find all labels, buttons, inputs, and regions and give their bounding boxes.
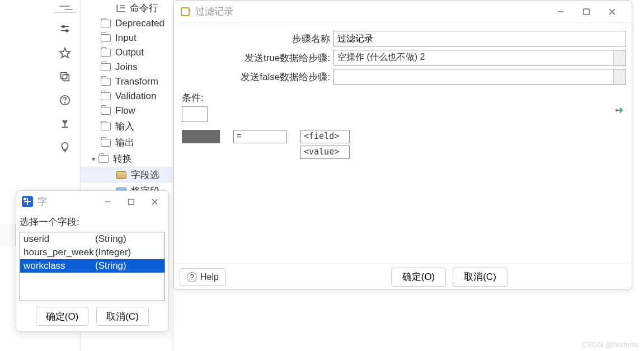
list-item[interactable]: userid(String) (20, 232, 164, 246)
svg-rect-5 (63, 74, 69, 81)
folder-icon (98, 155, 109, 163)
dialog-title: 过滤记录 (195, 5, 548, 18)
help-icon: ? (187, 272, 197, 282)
cancel-button[interactable]: 取消(C) (96, 307, 149, 326)
step-name-input[interactable] (333, 31, 626, 46)
tree-label: Validation (115, 91, 156, 102)
tree-item[interactable]: Flow (81, 104, 173, 118)
sliders-icon[interactable] (58, 23, 72, 36)
svg-point-8 (64, 102, 65, 103)
tree-label: 字段选 (131, 169, 159, 181)
svg-rect-6 (60, 73, 67, 79)
tree-item[interactable]: Transform (81, 74, 173, 89)
folder-icon (101, 78, 111, 86)
folder-icon (101, 20, 111, 27)
tree-label: 输出 (115, 136, 134, 149)
help-circle-icon[interactable] (58, 93, 72, 107)
condition-negate-box[interactable] (182, 106, 208, 122)
condition-field-left[interactable] (182, 130, 220, 143)
picker-icon (22, 196, 33, 207)
tree-label: Output (115, 47, 144, 58)
tree-item[interactable]: Validation (81, 89, 173, 104)
help-button[interactable]: ? Help (180, 268, 226, 286)
folder-icon (101, 107, 111, 115)
send-false-label: 发送false数据给步骤: (180, 71, 333, 83)
folder-icon (101, 49, 111, 57)
minimize-button[interactable] (548, 1, 574, 23)
maximize-button[interactable] (574, 1, 599, 23)
svg-point-13 (615, 109, 618, 111)
condition-operator[interactable]: = (233, 130, 287, 143)
folder-icon (101, 139, 111, 147)
star-icon[interactable] (58, 46, 72, 60)
send-true-select[interactable]: 空操作 (什么也不做) 2 (333, 50, 626, 65)
cancel-button[interactable]: 取消(C) (453, 268, 507, 287)
picker-titlebar: 字 (16, 191, 168, 212)
tree-item[interactable]: 命令行 (81, 0, 173, 16)
list-item-selected[interactable]: workclass(String) (20, 259, 164, 273)
tree-item[interactable]: Joins (81, 60, 173, 74)
list-item[interactable]: hours_per_week(Integer) (20, 246, 164, 259)
send-true-label: 发送true数据给步骤: (180, 52, 333, 64)
idea-icon[interactable] (58, 141, 72, 154)
tree-item-selected[interactable]: 字段选 (81, 167, 173, 183)
copy-icon[interactable] (58, 70, 72, 83)
tree-label: Joins (115, 62, 138, 73)
tree-label: Flow (115, 105, 135, 116)
dropdown-icon[interactable] (613, 50, 626, 65)
svg-rect-15 (128, 199, 133, 204)
step-icon (116, 171, 126, 179)
tree-item[interactable]: Output (81, 45, 173, 60)
minimize-button[interactable] (96, 191, 119, 212)
add-condition-icon[interactable] (615, 106, 624, 115)
tree-label: 输入 (115, 120, 134, 133)
ok-button[interactable]: 确定(O) (391, 268, 446, 287)
condition-value-right[interactable]: <value> (300, 146, 350, 159)
titlebar: 过滤记录 (174, 1, 632, 23)
tree-item[interactable]: Input (81, 31, 173, 45)
folder-icon (101, 92, 111, 100)
svg-marker-4 (59, 48, 69, 58)
tree-item-expanded[interactable]: ▾转换 (81, 151, 173, 167)
plant-icon[interactable] (58, 117, 72, 130)
condition-field-right[interactable]: <field> (300, 130, 350, 143)
condition-label: 条件: (180, 88, 626, 106)
ok-button[interactable]: 确定(O) (36, 307, 88, 326)
folder-icon (101, 34, 111, 42)
tree-label: Input (115, 32, 137, 44)
watermark: CSDN @fxxhmn (581, 340, 638, 349)
close-button[interactable] (143, 191, 166, 212)
tree-item[interactable]: Deprecated (81, 16, 173, 31)
step-name-label: 步骤名称 (180, 32, 333, 45)
tree-label: Transform (115, 76, 158, 87)
tree-item[interactable]: 输入 (81, 118, 173, 134)
svg-rect-10 (584, 9, 589, 15)
send-false-select[interactable] (333, 69, 626, 85)
tree-item[interactable]: 输出 (81, 134, 173, 151)
chevron-down-icon[interactable]: ▾ (88, 155, 98, 163)
picker-title: 字 (37, 195, 96, 208)
field-list[interactable]: userid(String) hours_per_week(Integer) w… (20, 232, 165, 301)
dropdown-icon[interactable] (613, 69, 626, 84)
folder-icon (101, 123, 111, 130)
folder-icon (101, 63, 111, 71)
dialog-icon (181, 7, 190, 16)
tree-label: 转换 (113, 152, 132, 165)
tree-label: Deprecated (115, 18, 164, 29)
tree-label: 命令行 (130, 2, 158, 15)
maximize-button[interactable] (119, 191, 143, 212)
picker-label: 选择一个字段: (20, 214, 165, 232)
filter-records-dialog: 过滤记录 步骤名称 发送true数据给步骤: 空操作 (什么也不做) 2 发送f… (173, 0, 632, 290)
close-button[interactable] (599, 1, 625, 23)
field-picker-dialog: 字 选择一个字段: userid(String) hours_per_week(… (16, 190, 169, 332)
